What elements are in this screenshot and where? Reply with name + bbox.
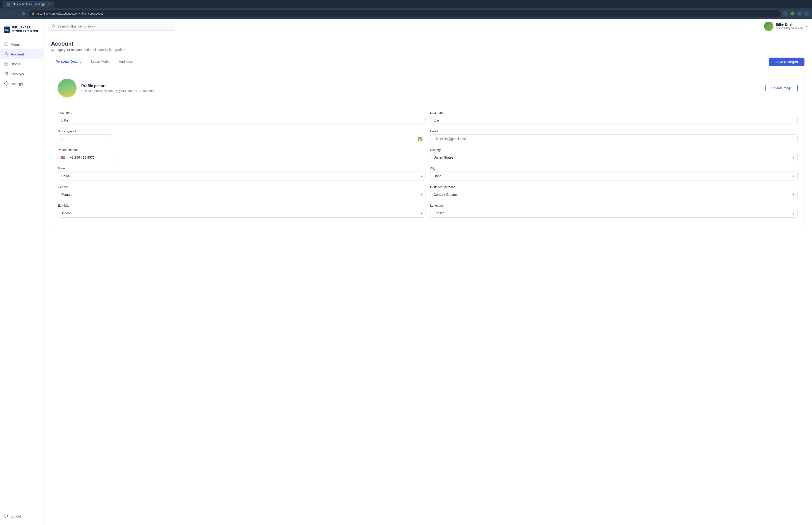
influencer-persona-label: Influencer persona [430, 185, 798, 189]
tab-social-media[interactable]: Social Media [86, 57, 114, 66]
extensions-icon[interactable]: 🧩 [790, 11, 795, 16]
main-content: Account Manage your account and social m… [44, 34, 812, 525]
language-label: Language [430, 204, 798, 207]
first-name-input[interactable] [58, 116, 426, 125]
sidebar-item-account[interactable]: Account [0, 49, 43, 59]
sidebar-item-stocks-label: Stocks [11, 62, 21, 66]
sidebar-item-stocks[interactable]: Stocks [0, 59, 43, 69]
gender-persona-row: Gender Female ▾ Influencer persona C [58, 185, 798, 199]
browser-chrome: I Influencer Stock Exchange ✕ + [0, 0, 812, 9]
state-select-wrapper: Hawaii ▾ [58, 171, 426, 180]
last-name-input[interactable] [430, 116, 798, 125]
logout-label: Logout [11, 514, 21, 518]
user-email: billieeilish@gmail.com [776, 27, 803, 30]
first-name-group: First name [58, 111, 426, 125]
email-input[interactable] [430, 134, 798, 144]
user-menu[interactable]: Billie Eilish billieeilish@gmail.com ▾ [764, 21, 807, 31]
sidebar-item-earnings[interactable]: Earnings [0, 69, 43, 79]
search-icon [52, 24, 56, 28]
sidebar-item-home[interactable]: Home [0, 40, 43, 49]
country-select[interactable]: United States [430, 153, 798, 162]
country-label: Country [430, 148, 798, 152]
language-select[interactable]: English [430, 209, 798, 217]
avatar [764, 21, 773, 31]
search-bar[interactable] [48, 22, 175, 31]
tabs: Personal Details Social Media Audience [51, 57, 769, 66]
influencer-persona-select[interactable]: Content Creator [430, 190, 798, 199]
reload-button[interactable]: ↻ [21, 11, 27, 17]
first-name-label: First name [58, 111, 426, 115]
new-tab-button[interactable]: + [56, 2, 58, 7]
state-select[interactable]: Hawaii [58, 171, 426, 180]
tab-favicon: I [6, 3, 10, 6]
sidebar-item-settings-label: Settings [11, 82, 23, 86]
last-name-group: Last name [430, 111, 798, 125]
browser-toolbar: ← → ↻ 🔒 app.influencerstockexchange.com/… [0, 9, 812, 19]
stock-symbol-input[interactable] [58, 134, 112, 144]
logo-area: ISE INFLUENCER STOCK EXCHANGE [0, 22, 43, 40]
profile-picture-section: Profile picture Upload a profile picture… [58, 79, 798, 104]
account-icon [4, 52, 9, 57]
phone-country-row: Phone number 🇺🇸 Country United States [58, 148, 798, 162]
form-card: Profile picture Upload a profile picture… [51, 72, 805, 229]
user-details: Billie Eilish billieeilish@gmail.com [776, 22, 803, 30]
city-select[interactable]: Hana [430, 171, 798, 180]
settings-icon [4, 81, 9, 87]
influencer-persona-select-wrapper: Content Creator ▾ [430, 190, 798, 199]
page-title: Account [51, 41, 805, 47]
home-icon [4, 42, 9, 47]
user-name: Billie Eilish [776, 22, 803, 27]
logo-icon: ISE [4, 25, 10, 35]
upload-image-button[interactable]: Upload Image [765, 84, 798, 92]
symbol-email-row: Stock symbol ✅ Email [58, 130, 798, 144]
profile-icon[interactable]: 👤 [797, 11, 802, 16]
menu-icon[interactable]: ⋮ [804, 11, 809, 16]
sidebar-item-settings[interactable]: Settings [0, 79, 43, 89]
phone-label: Phone number [58, 148, 426, 152]
ethnicity-group: Ethnicity African ▾ [58, 204, 426, 217]
gender-select[interactable]: Female [58, 190, 426, 199]
name-row: First name Last name [58, 111, 798, 125]
phone-group: Phone number 🇺🇸 [58, 148, 426, 162]
search-input[interactable] [57, 25, 171, 28]
back-button[interactable]: ← [3, 11, 10, 17]
ssl-lock-icon: 🔒 [32, 12, 35, 15]
phone-wrapper: 🇺🇸 [58, 153, 426, 162]
phone-flag-icon: 🇺🇸 [61, 155, 65, 160]
bookmark-icon[interactable]: ☆ [783, 11, 788, 16]
address-bar[interactable]: 🔒 app.influencerstockexchange.com/influe… [29, 10, 781, 17]
tab-audience[interactable]: Audience [114, 57, 137, 66]
sidebar-item-earnings-label: Earnings [11, 72, 24, 76]
ethnicity-select[interactable]: African [58, 209, 426, 217]
svg-rect-7 [5, 64, 6, 65]
svg-point-12 [52, 25, 55, 27]
sidebar-item-logout[interactable]: Logout [0, 511, 43, 521]
tab-personal-details[interactable]: Personal Details [51, 57, 86, 66]
stock-symbol-label: Stock symbol [58, 130, 426, 133]
country-group: Country United States ▾ [430, 148, 798, 162]
email-label: Email [430, 130, 798, 133]
stock-symbol-wrapper: ✅ [58, 134, 426, 144]
sidebar-item-home-label: Home [11, 43, 19, 46]
save-changes-button[interactable]: Save Changes [769, 58, 805, 66]
user-dropdown-arrow: ▾ [806, 25, 807, 28]
earnings-icon [4, 72, 9, 77]
email-group: Email [430, 130, 798, 144]
state-city-row: State Hawaii ▾ City Hana [58, 167, 798, 180]
phone-input[interactable] [58, 153, 114, 162]
logout-icon [4, 514, 9, 519]
tab-title: Influencer Stock Exchange [12, 3, 45, 6]
stocks-icon [4, 62, 9, 67]
gender-select-wrapper: Female ▾ [58, 190, 426, 199]
browser-tab[interactable]: I Influencer Stock Exchange ✕ [3, 1, 54, 7]
tab-close-button[interactable]: ✕ [47, 2, 50, 6]
svg-rect-8 [7, 64, 8, 65]
svg-line-13 [54, 27, 55, 27]
gender-label: Gender [58, 185, 426, 189]
forward-button[interactable]: → [12, 11, 18, 17]
sidebar-item-account-label: Account [11, 52, 24, 56]
ethnicity-label: Ethnicity [58, 204, 426, 207]
profile-picture-info: Profile picture Upload a profile picture… [81, 84, 761, 93]
profile-picture-subtitle: Upload a profile picture. Only JPG and P… [81, 89, 761, 93]
ethnicity-language-row: Ethnicity African ▾ Language English [58, 204, 798, 217]
